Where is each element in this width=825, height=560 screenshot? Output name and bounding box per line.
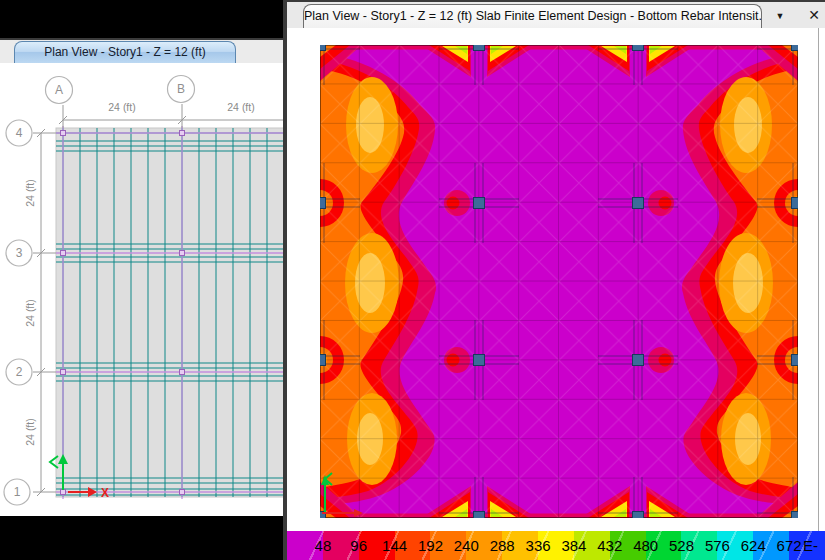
grid-bubble-label: B [177,82,185,96]
tab-rebar-intensity[interactable]: Plan View - Story1 - Z = 12 (ft) Slab Fi… [303,4,762,28]
grid-bubble-label: A [55,83,63,97]
close-icon[interactable]: ✕ [804,6,824,24]
legend-value: 576 [705,531,730,560]
legend-value: 96 [350,531,367,560]
legend-value: 480 [633,531,658,560]
dim-label: 24 (ft) [24,418,36,445]
dim-label: 24 (ft) [24,179,36,206]
rebar-intensity-window: Plan View - Story1 - Z = 12 (ft) Slab Fi… [287,0,825,560]
legend-value: 144 [382,531,407,560]
legend-value: 672 [777,531,802,560]
legend-value: 288 [490,531,515,560]
contour-legend: 48 96 144 192 240 288 336 384 432 480 52… [287,531,825,560]
legend-value: 624 [741,531,766,560]
dim-label: 24 (ft) [24,299,36,326]
slab-area [56,128,287,497]
legend-value: 192 [418,531,443,560]
legend-value: 240 [454,531,479,560]
window-divider [283,0,287,560]
plan-view-canvas[interactable]: 24 (ft) 24 (ft) 24 (ft) 24 (ft) 24 (ft) … [0,63,287,516]
fe-mesh [320,45,798,518]
legend-value: 432 [597,531,622,560]
tab-dropdown-icon[interactable]: ▼ [771,6,789,24]
legend-value: 336 [526,531,551,560]
dim-label: 24 (ft) [227,101,254,113]
legend-exponent: E-3 [803,531,825,560]
plan-view-window: Plan View - Story1 - Z = 12 (ft) [0,38,287,516]
grid-bubble-label: 1 [14,485,21,499]
legend-value: 384 [561,531,586,560]
legend-value: 48 [315,531,332,560]
plan-drawing: 24 (ft) 24 (ft) 24 (ft) 24 (ft) 24 (ft) … [0,63,287,516]
dim-label: 24 (ft) [108,101,135,113]
window-edge [818,28,819,560]
grid-bubble-label: 3 [16,246,23,260]
grid-bubble-label: 4 [16,126,23,140]
grid-bubble-label: 2 [16,365,23,379]
right-tab-bar: Plan View - Story1 - Z = 12 (ft) Slab Fi… [287,2,825,28]
contour-plot [320,45,798,518]
tab-plan-view[interactable]: Plan View - Story1 - Z = 12 (ft) [14,41,236,63]
legend-value: 528 [669,531,694,560]
x-axis-label: X [101,486,109,500]
left-tab-bar: Plan View - Story1 - Z = 12 (ft) [0,40,287,64]
contour-view[interactable]: 48 96 144 192 240 288 336 384 432 480 52… [287,28,825,560]
